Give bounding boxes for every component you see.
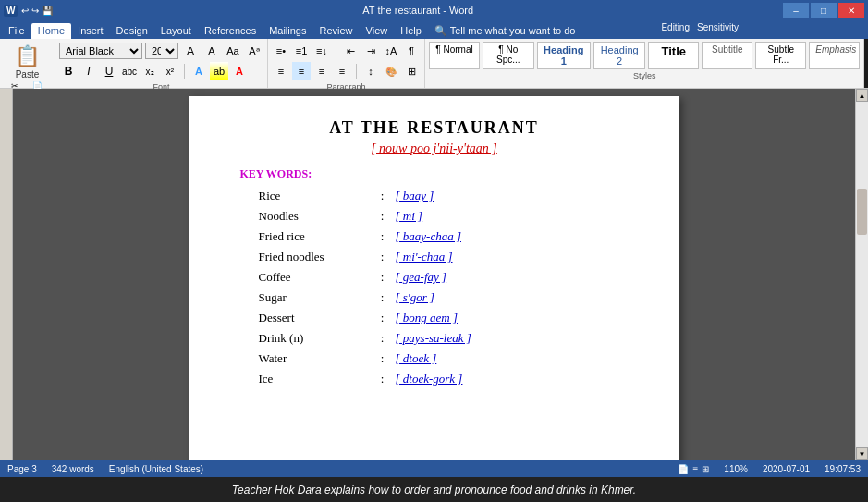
vocab-pron-0: [ baay ] xyxy=(396,189,434,203)
vocab-colon-5: : xyxy=(370,290,396,305)
scroll-track xyxy=(856,102,868,447)
vocab-word-5: Sugar xyxy=(259,290,370,305)
scroll-thumb[interactable] xyxy=(857,189,867,235)
vocab-list: Rice : [ baay ] Noodles : [ mi ] Fried r… xyxy=(240,189,629,386)
caption-bar: Teacher Hok Dara explains how to order a… xyxy=(0,477,868,502)
vocab-word-0: Rice xyxy=(259,189,370,203)
vocab-pron-2: [ baay-chaa ] xyxy=(396,229,462,244)
superscript-button[interactable]: x² xyxy=(161,62,179,80)
italic-button[interactable]: I xyxy=(79,62,98,80)
word-count-status: 342 words xyxy=(52,464,94,474)
numbering-button[interactable]: ≡1 xyxy=(292,42,311,60)
tab-help[interactable]: Help xyxy=(394,23,428,39)
vocab-pron-6: [ bong aem ] xyxy=(396,311,458,325)
paragraph-section: ≡• ≡1 ≡↓ ⇤ ⇥ ↕A ¶ ≡ ≡ ≡ ≡ ↕ 🎨 ⊞ Paragrap… xyxy=(268,39,425,88)
date-status: 2020-07-01 xyxy=(763,464,810,474)
tab-tell[interactable]: 🔍 Tell me what you want to do xyxy=(428,23,582,39)
justify-button[interactable]: ≡ xyxy=(333,62,351,80)
vocab-word-4: Coffee xyxy=(259,270,370,285)
bullets-button[interactable]: ≡• xyxy=(272,42,290,60)
strikethrough-button[interactable]: abc xyxy=(120,62,139,80)
paste-button[interactable]: 📋 Paste xyxy=(11,43,43,81)
style-subtle[interactable]: Subtle Fr... xyxy=(755,42,806,69)
video-panel: Dara HOK xyxy=(864,39,868,88)
font-section: Arial Black 20 A A Aa Aᵃ B I U abc x₂ x²… xyxy=(55,39,268,88)
increase-indent-button[interactable]: ⇥ xyxy=(361,42,380,60)
time-status: 19:07:53 xyxy=(825,464,861,474)
style-normal[interactable]: ¶ Normal xyxy=(429,42,480,69)
style-subtitle[interactable]: Subtitle xyxy=(702,42,752,69)
style-heading1[interactable]: Heading 1 xyxy=(537,42,591,69)
change-case-button[interactable]: Aᵃ xyxy=(245,42,263,60)
align-center-button[interactable]: ≡ xyxy=(292,62,311,80)
borders-button[interactable]: ⊞ xyxy=(402,62,421,80)
style-title[interactable]: Title xyxy=(648,42,699,69)
vocab-row-dessert: Dessert : [ bong aem ] xyxy=(259,311,629,325)
vocab-pron-8: [ dtoek ] xyxy=(396,351,437,366)
doc-keywords: KEY WORDS: xyxy=(240,167,629,181)
vocab-colon-0: : xyxy=(370,189,396,203)
align-left-button[interactable]: ≡ xyxy=(272,62,290,80)
line-spacing-button[interactable]: ↕ xyxy=(361,62,380,80)
decrease-indent-button[interactable]: ⇤ xyxy=(341,42,360,60)
show-formatting-button[interactable]: ¶ xyxy=(402,42,421,60)
vocab-row-drink: Drink (n) : [ pays-sa-leak ] xyxy=(259,331,629,346)
tab-view[interactable]: View xyxy=(360,23,395,39)
tab-file[interactable]: File xyxy=(2,23,31,39)
text-effects-button[interactable]: A xyxy=(189,62,208,80)
shading-button[interactable]: 🎨 xyxy=(382,62,400,80)
vocab-colon-3: : xyxy=(370,250,396,264)
vocab-colon-7: : xyxy=(370,331,396,346)
vocab-word-6: Dessert xyxy=(259,311,370,325)
shrink-font-button[interactable]: A xyxy=(202,42,221,60)
tab-layout[interactable]: Layout xyxy=(154,23,198,39)
subscript-button[interactable]: x₂ xyxy=(141,62,159,80)
scroll-down-button[interactable]: ▼ xyxy=(856,447,868,460)
vocab-word-9: Ice xyxy=(259,372,370,386)
document-area: AT THE RESTAURANT [ nouw poo j'nii-y'taa… xyxy=(13,89,855,460)
style-emphasis[interactable]: Emphasis xyxy=(809,42,860,69)
minimize-button[interactable]: – xyxy=(783,3,809,18)
page-status: Page 3 xyxy=(7,464,37,474)
tab-mailings[interactable]: Mailings xyxy=(263,23,312,39)
sep1 xyxy=(184,64,185,79)
tab-references[interactable]: References xyxy=(198,23,263,39)
multilevel-button[interactable]: ≡↓ xyxy=(312,42,331,60)
title-bar: W ↩↪💾 AT the restaurant - Word – □ ✕ xyxy=(0,0,868,20)
vocab-colon-1: : xyxy=(370,209,396,224)
tab-insert[interactable]: Insert xyxy=(71,23,110,39)
font-color-button[interactable]: A xyxy=(230,62,249,80)
underline-button[interactable]: U xyxy=(100,62,118,80)
doc-subtitle: [ nouw poo j'nii-y'taan ] xyxy=(240,141,629,156)
style-no-spacing[interactable]: ¶ No Spc... xyxy=(483,42,534,69)
style-heading2[interactable]: Heading 2 xyxy=(593,42,645,69)
vocab-word-3: Fried noodles xyxy=(259,250,370,264)
doc-title: AT THE RESTAURANT xyxy=(240,118,629,138)
caption-text: Teacher Hok Dara explains how to order a… xyxy=(232,484,636,496)
sort-button[interactable]: ↕A xyxy=(382,42,400,60)
vocab-pron-4: [ gea-fay ] xyxy=(396,270,447,285)
tab-review[interactable]: Review xyxy=(313,23,360,39)
vocab-row-noodles: Noodles : [ mi ] xyxy=(259,209,629,224)
vocab-row-coffee: Coffee : [ gea-fay ] xyxy=(259,270,629,285)
vertical-scrollbar[interactable]: ▲ ▼ xyxy=(855,89,868,460)
align-right-button[interactable]: ≡ xyxy=(312,62,331,80)
view-icons: 📄≡⊞ xyxy=(678,464,709,474)
styles-section: ¶ Normal ¶ No Spc... Heading 1 Heading 2… xyxy=(425,39,864,88)
font-size-select[interactable]: 20 xyxy=(145,43,178,59)
vocab-pron-1: [ mi ] xyxy=(396,209,423,224)
clear-format-button[interactable]: Aa xyxy=(224,42,242,60)
vocab-colon-2: : xyxy=(370,229,396,244)
close-button[interactable]: ✕ xyxy=(838,3,864,18)
grow-font-button[interactable]: A xyxy=(181,42,200,60)
vocab-row-friedrice: Fried rice : [ baay-chaa ] xyxy=(259,229,629,244)
vocab-colon-4: : xyxy=(370,270,396,285)
font-family-select[interactable]: Arial Black xyxy=(59,43,142,59)
clipboard-section: 📋 Paste ✂ Cut 📄 Copy 🖌 Format Painter Cl… xyxy=(0,39,55,88)
tab-design[interactable]: Design xyxy=(110,23,154,39)
tab-home[interactable]: Home xyxy=(31,23,71,39)
bold-button[interactable]: B xyxy=(59,62,78,80)
scroll-up-button[interactable]: ▲ xyxy=(856,89,868,102)
maximize-button[interactable]: □ xyxy=(811,3,837,18)
text-highlight-button[interactable]: ab xyxy=(210,62,228,80)
